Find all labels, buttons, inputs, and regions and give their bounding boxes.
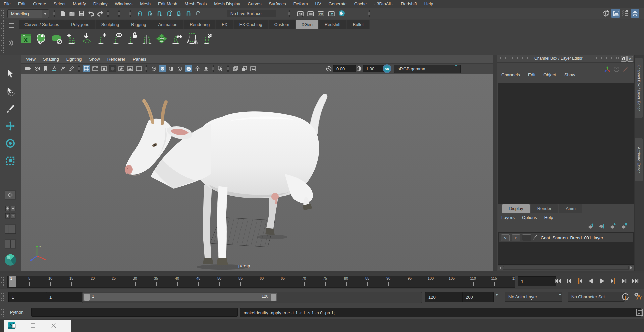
viewport-menu-show[interactable]: Show	[85, 55, 104, 63]
xgen-duplicate-guides-icon[interactable]	[140, 32, 154, 45]
range-slider-grip[interactable]	[1, 292, 5, 302]
go-to-start-button[interactable]	[553, 276, 563, 286]
tool-settings-toggle-icon[interactable]	[621, 9, 629, 18]
live-surface-field[interactable]: No Live Surface	[227, 10, 276, 17]
camera-icon[interactable]	[24, 65, 32, 72]
menu-set-selector[interactable]: Modeling	[7, 9, 49, 18]
layer-visibility-toggle[interactable]: V	[501, 234, 510, 241]
menu-mesh[interactable]: Mesh	[136, 0, 154, 8]
layer-playback-toggle[interactable]: P	[512, 234, 520, 241]
xgen-lock-guide-length-icon[interactable]	[125, 32, 139, 45]
break-connection-icon[interactable]	[622, 66, 628, 73]
channel-box-header[interactable]: Channel Box / Layer Editor ✕	[497, 55, 634, 63]
layer-list[interactable]: V P Goat_Saanen_Breed_001_layer	[498, 232, 634, 265]
gamma-field[interactable]: 1.00	[363, 65, 385, 72]
field-chart-icon[interactable]	[118, 65, 125, 72]
wireframe-on-shaded-icon[interactable]	[185, 65, 192, 72]
shelf-tab-polygons[interactable]: Polygons	[65, 20, 95, 29]
shelf-tab-fx-caching[interactable]: FX Caching	[234, 20, 268, 29]
film-gate-icon[interactable]	[92, 65, 99, 72]
safe-action-icon[interactable]	[126, 65, 134, 72]
camera-attributes-icon[interactable]	[33, 65, 41, 72]
shelf-tab-sculpting[interactable]: Sculpting	[96, 20, 125, 29]
range-start-handle[interactable]	[84, 294, 90, 301]
layer-editor-tab-anim[interactable]: Anim	[559, 204, 582, 213]
shelf-tab-xgen[interactable]: XGen	[296, 20, 318, 29]
create-layer-from-selected-icon[interactable]	[621, 223, 628, 230]
redo-icon[interactable]	[97, 9, 104, 17]
color-management-toggle[interactable]: ON	[383, 64, 391, 73]
shelf-tab-fx[interactable]: FX	[216, 20, 233, 29]
buffer-paste-icon[interactable]	[240, 65, 248, 72]
current-time-field[interactable]: 1	[518, 276, 556, 286]
close-window-icon[interactable]	[51, 323, 56, 329]
speed-state-icon[interactable]	[613, 66, 620, 73]
snap-to-curve-icon[interactable]	[146, 9, 153, 17]
snap-to-view-plane-icon[interactable]	[175, 9, 182, 17]
menu-redshift[interactable]: Redshift	[397, 0, 421, 8]
channel-box-list-area[interactable]	[498, 83, 634, 204]
animation-preferences-icon[interactable]	[633, 292, 643, 303]
grid-icon[interactable]	[83, 65, 90, 72]
menu-set-dropdown-arrow[interactable]	[42, 10, 49, 18]
shelf-tab-rendering[interactable]: Rendering	[184, 20, 215, 29]
shelf-tab-curves-surfaces[interactable]: Curves / Surfaces	[19, 20, 65, 29]
play-backwards-button[interactable]	[586, 276, 596, 286]
layer-list-scrollbar[interactable]	[498, 266, 634, 270]
xgen-preview-toggle-icon[interactable]	[35, 32, 48, 45]
channel-box-menu-object[interactable]: Object	[543, 72, 556, 77]
lasso-select-tool-icon[interactable]	[4, 84, 17, 98]
viewport-menu-panels[interactable]: Panels	[129, 55, 150, 63]
menu-surfaces[interactable]: Surfaces	[265, 0, 290, 8]
layout-four-pane-icon[interactable]	[4, 237, 17, 251]
select-tool-icon[interactable]	[4, 67, 17, 80]
two-sided-lighting-icon[interactable]	[59, 65, 67, 72]
menu-file[interactable]: File	[0, 0, 14, 8]
attribute-editor-toggle-icon[interactable]	[631, 9, 639, 18]
manipulator-axis-icon[interactable]	[604, 66, 611, 74]
go-to-end-button[interactable]	[630, 276, 640, 286]
shelf-tab-animation[interactable]: Animation	[152, 20, 183, 29]
command-line-input[interactable]	[31, 308, 238, 317]
channel-box-menu-show[interactable]: Show	[564, 72, 575, 77]
animation-start-field[interactable]: 1	[8, 292, 49, 302]
buffer-copy-icon[interactable]	[232, 65, 239, 72]
timeline-strip[interactable]: 5101520253035404550556065707580859095100…	[7, 276, 515, 288]
maya-app-icon[interactable]	[8, 321, 17, 331]
layer-editor-tab-render[interactable]: Render	[531, 204, 558, 213]
anim-layer-dropdown-arrow[interactable]	[495, 296, 498, 301]
view-transform-arrow[interactable]	[455, 66, 458, 71]
image-plane-icon[interactable]	[51, 65, 58, 72]
play-forwards-button[interactable]	[597, 276, 607, 286]
xgen-disable-preview-icon[interactable]	[50, 32, 63, 45]
command-line-grip[interactable]	[1, 308, 5, 317]
step-forward-frame-button[interactable]	[619, 276, 629, 286]
viewport-menu-shading[interactable]: Shading	[39, 55, 63, 63]
menu-3dtoall[interactable]: - 3DtoAll -	[370, 0, 397, 8]
exposure-icon[interactable]	[326, 66, 332, 72]
xgen-add-guide-icon[interactable]	[95, 32, 108, 45]
layer-display-type-swatch[interactable]	[522, 234, 531, 241]
step-forward-key-button[interactable]	[608, 276, 618, 286]
resolution-gate-icon[interactable]	[100, 65, 108, 72]
ipr-render-icon[interactable]: IPR	[317, 9, 325, 17]
rotate-tool-icon[interactable]	[4, 137, 17, 150]
pop-out-icon[interactable]	[621, 56, 627, 62]
menu-deform[interactable]: Deform	[290, 0, 312, 8]
default-lighting-icon[interactable]	[194, 65, 201, 72]
time-slider-grip[interactable]	[1, 276, 5, 286]
playback-end-field[interactable]: 120	[425, 292, 465, 302]
create-empty-layer-icon[interactable]	[609, 223, 617, 230]
contrast-icon[interactable]	[356, 66, 362, 72]
playback-start-field[interactable]: 1	[46, 292, 85, 302]
smooth-shade-icon[interactable]	[159, 65, 166, 72]
safe-title-icon[interactable]: T	[135, 65, 143, 72]
animation-end-field[interactable]: 200	[462, 292, 494, 302]
range-end-handle[interactable]	[271, 294, 276, 301]
menu-generate[interactable]: Generate	[325, 0, 351, 8]
menu-display[interactable]: Display	[90, 0, 111, 8]
viewport-canvas[interactable]: y persp	[21, 74, 493, 272]
undo-icon[interactable]	[87, 9, 95, 17]
menu-curves[interactable]: Curves	[244, 0, 265, 8]
shadows-icon[interactable]	[202, 65, 210, 72]
